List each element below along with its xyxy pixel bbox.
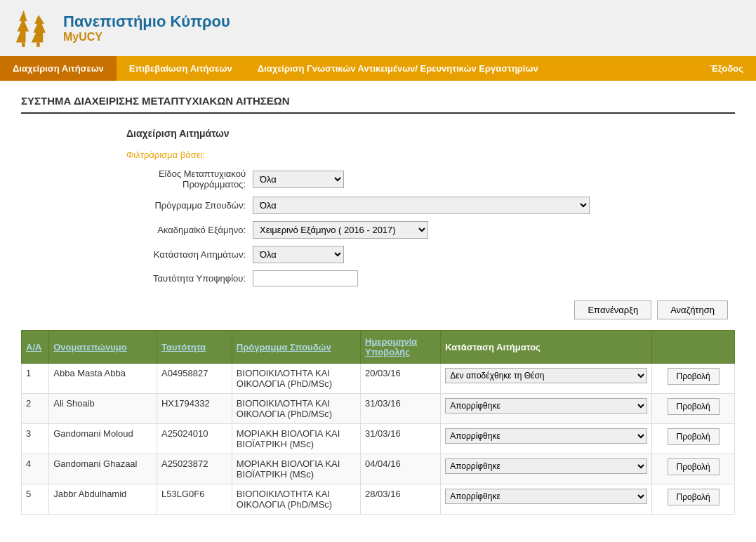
filter-label-program-type: Είδος Μεταπτυχιακού Προγράμματος: [126, 168, 246, 190]
th-status: Κατάσταση Αιτήματος [441, 331, 652, 364]
cell-aa: 1 [22, 364, 49, 394]
svg-rect-2 [22, 42, 25, 46]
cell-aa: 3 [22, 424, 49, 454]
system-name: MyUCY [63, 31, 230, 44]
filter-label-status: Κατάσταση Αιτημάτων: [126, 249, 246, 260]
th-aa-link[interactable]: Α/Α [26, 342, 41, 352]
header: Πανεπιστήμιο Κύπρου MyUCY [0, 0, 756, 56]
th-name: Ονοματεπώνυμο [49, 331, 157, 364]
cell-program: ΜΟΡΙΑΚΗ ΒΙΟΛΟΓΙΑ ΚΑΙ ΒΙΟΪΑΤΡΙΚΗ (MSc) [232, 454, 360, 484]
cell-status: Δεν αποδέχθηκε τη ΘέσηΑπορρίφθηκεΕγκρίθη… [441, 364, 652, 394]
cell-program: ΒΙΟΠΟΙΚΙΛΟΤΗΤΑ ΚΑΙ ΟΙΚΟΛΟΓΙΑ (PhD/MSc) [232, 484, 360, 515]
th-name-link[interactable]: Ονοματεπώνυμο [53, 342, 126, 352]
cell-date: 31/03/16 [361, 424, 441, 454]
cell-date: 31/03/16 [361, 394, 441, 424]
cell-program: ΜΟΡΙΑΚΗ ΒΙΟΛΟΓΙΑ ΚΑΙ ΒΙΟΪΑΤΡΙΚΗ (MSc) [232, 424, 360, 454]
university-logo [14, 7, 53, 49]
view-button[interactable]: Προβολή [668, 458, 719, 475]
cell-id: L53LG0F6 [157, 484, 232, 515]
cell-program: ΒΙΟΠΟΙΚΙΛΟΤΗΤΑ ΚΑΙ ΟΙΚΟΛΟΓΙΑ (PhD/MSc) [232, 364, 360, 394]
nav-item-confirm-requests[interactable]: Επιβεβαίωση Αιτήσεων [117, 56, 245, 81]
cell-status: Δεν αποδέχθηκε τη ΘέσηΑπορρίφθηκεΕγκρίθη… [441, 454, 652, 484]
section-title: Διαχείριση Αιτημάτων [126, 128, 735, 139]
cell-action: Προβολή [652, 394, 735, 424]
page-title: ΣΥΣΤΗΜΑ ΔΙΑΧΕΙΡΙΣΗΣ ΜΕΤΑΠΤΥΧΙΑΚΩΝ ΑΙΤΗΣΕ… [21, 95, 735, 114]
th-id: Ταυτότητα [157, 331, 232, 364]
table-header-row: Α/Α Ονοματεπώνυμο Ταυτότητα Πρόγραμμα Σπ… [22, 331, 735, 364]
th-date: Ημερομηνία Υποβολής [361, 331, 441, 364]
table-row: 1Abba Masta AbbaA04958827ΒΙΟΠΟΙΚΙΛΟΤΗΤΑ … [22, 364, 735, 394]
page-content: ΣΥΣΤΗΜΑ ΔΙΑΧΕΙΡΙΣΗΣ ΜΕΤΑΠΤΥΧΙΑΚΩΝ ΑΙΤΗΣΕ… [0, 81, 756, 542]
search-button[interactable]: Αναζήτηση [657, 300, 728, 319]
cell-status: Δεν αποδέχθηκε τη ΘέσηΑπορρίφθηκεΕγκρίθη… [441, 394, 652, 424]
filter-row-candidate-id: Ταυτότητα Υποψηφίου: [126, 270, 735, 286]
filter-select-program[interactable]: Όλα [253, 197, 590, 214]
filter-row-program: Πρόγραμμα Σπουδών: Όλα [126, 197, 735, 214]
nav-item-manage-requests[interactable]: Διαχείριση Αιτήσεων [0, 56, 117, 81]
cell-action: Προβολή [652, 424, 735, 454]
filter-label-candidate-id: Ταυτότητα Υποψηφίου: [126, 273, 246, 284]
svg-marker-0 [16, 11, 29, 43]
cell-id: A25023872 [157, 454, 232, 484]
filter-section: Φιλτράρισμα βάσει: Είδος Μεταπτυχιακού Π… [126, 150, 735, 286]
cell-id: A25024010 [157, 424, 232, 454]
status-select[interactable]: Δεν αποδέχθηκε τη ΘέσηΑπορρίφθηκεΕγκρίθη… [445, 398, 647, 414]
svg-rect-3 [37, 42, 40, 46]
filter-header-label: Φιλτράρισμα βάσει: [126, 150, 735, 160]
svg-marker-1 [32, 15, 46, 42]
cell-date: 04/04/16 [361, 454, 441, 484]
cell-name: Ali Shoaib [49, 394, 157, 424]
filter-label-program: Πρόγραμμα Σπουδών: [126, 200, 246, 211]
cell-program: ΒΙΟΠΟΙΚΙΛΟΤΗΤΑ ΚΑΙ ΟΙΚΟΛΟΓΙΑ (PhD/MSc) [232, 394, 360, 424]
table-row: 2Ali ShoaibHX1794332ΒΙΟΠΟΙΚΙΛΟΤΗΤΑ ΚΑΙ Ο… [22, 394, 735, 424]
nav-item-exit[interactable]: Έξοδος [698, 56, 756, 81]
cell-aa: 2 [22, 394, 49, 424]
cell-id: A04958827 [157, 364, 232, 394]
filter-select-semester[interactable]: Χειμερινό Εξάμηνο ( 2016 - 2017) [253, 221, 428, 239]
filter-select-program-type[interactable]: Όλα [253, 171, 344, 188]
cell-status: Δεν αποδέχθηκε τη ΘέσηΑπορρίφθηκεΕγκρίθη… [441, 424, 652, 454]
view-button[interactable]: Προβολή [668, 428, 719, 445]
view-button[interactable]: Προβολή [668, 368, 719, 385]
status-select[interactable]: Δεν αποδέχθηκε τη ΘέσηΑπορρίφθηκεΕγκρίθη… [445, 368, 647, 383]
status-select[interactable]: Δεν αποδέχθηκε τη ΘέσηΑπορρίφθηκεΕγκρίθη… [445, 458, 647, 474]
cell-name: Jabbr Abdulhamid [49, 484, 157, 515]
cell-action: Προβολή [652, 364, 735, 394]
filter-buttons: Επανέναρξη Αναζήτηση [21, 300, 728, 319]
table-row: 5Jabbr AbdulhamidL53LG0F6ΒΙΟΠΟΙΚΙΛΟΤΗΤΑ … [22, 484, 735, 515]
nav-item-manage-subjects[interactable]: Διαχείριση Γνωστικών Αντικειμένων/ Ερευν… [245, 56, 551, 81]
filter-row-semester: Ακαδημαϊκό Εξάμηνο: Χειμερινό Εξάμηνο ( … [126, 221, 735, 239]
results-table: Α/Α Ονοματεπώνυμο Ταυτότητα Πρόγραμμα Σπ… [21, 330, 735, 515]
cell-aa: 4 [22, 454, 49, 484]
status-select[interactable]: Δεν αποδέχθηκε τη ΘέσηΑπορρίφθηκεΕγκρίθη… [445, 428, 647, 444]
logo-text: Πανεπιστήμιο Κύπρου MyUCY [63, 13, 230, 44]
cell-name: Gandomani Moloud [49, 424, 157, 454]
th-program-link[interactable]: Πρόγραμμα Σπουδών [237, 342, 331, 352]
filter-label-semester: Ακαδημαϊκό Εξάμηνο: [126, 225, 246, 235]
reset-button[interactable]: Επανέναρξη [574, 300, 651, 319]
table-row: 4Gandomani GhazaalA25023872ΜΟΡΙΑΚΗ ΒΙΟΛΟ… [22, 454, 735, 484]
filter-select-status[interactable]: Όλα [253, 246, 344, 263]
cell-aa: 5 [22, 484, 49, 515]
navigation: Διαχείριση Αιτήσεων Επιβεβαίωση Αιτήσεων… [0, 56, 756, 81]
cell-name: Gandomani Ghazaal [49, 454, 157, 484]
table-row: 3Gandomani MoloudA25024010ΜΟΡΙΑΚΗ ΒΙΟΛΟΓ… [22, 424, 735, 454]
results-table-container: Α/Α Ονοματεπώνυμο Ταυτότητα Πρόγραμμα Σπ… [21, 330, 735, 515]
filter-row-status: Κατάσταση Αιτημάτων: Όλα [126, 246, 735, 263]
th-aa: Α/Α [22, 331, 49, 364]
filter-row-program-type: Είδος Μεταπτυχιακού Προγράμματος: Όλα [126, 168, 735, 190]
cell-action: Προβολή [652, 484, 735, 515]
cell-name: Abba Masta Abba [49, 364, 157, 394]
view-button[interactable]: Προβολή [668, 398, 719, 415]
status-select[interactable]: Δεν αποδέχθηκε τη ΘέσηΑπορρίφθηκεΕγκρίθη… [445, 489, 647, 504]
cell-status: Δεν αποδέχθηκε τη ΘέσηΑπορρίφθηκεΕγκρίθη… [441, 484, 652, 515]
th-program: Πρόγραμμα Σπουδών [232, 331, 360, 364]
cell-id: HX1794332 [157, 394, 232, 424]
filter-input-candidate-id[interactable] [253, 270, 358, 286]
cell-action: Προβολή [652, 454, 735, 484]
th-date-link[interactable]: Ημερομηνία Υποβολής [365, 336, 417, 357]
th-action [652, 331, 735, 364]
view-button[interactable]: Προβολή [668, 489, 719, 505]
th-id-link[interactable]: Ταυτότητα [161, 342, 206, 352]
cell-date: 28/03/16 [361, 484, 441, 515]
